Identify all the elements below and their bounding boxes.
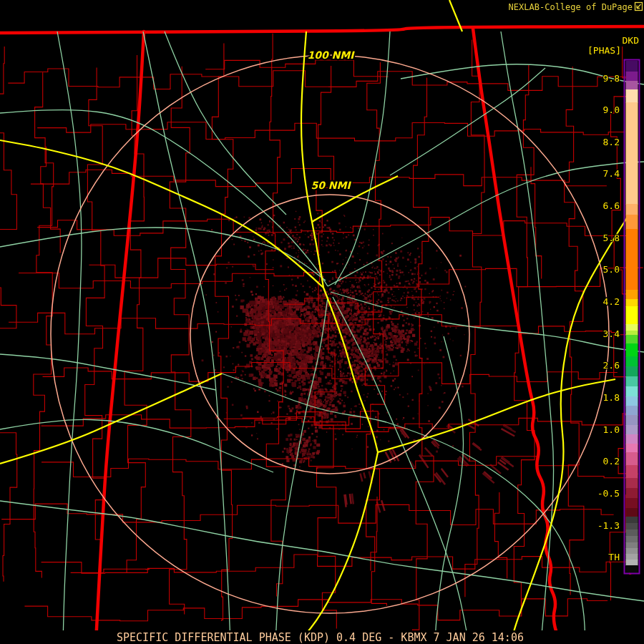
range-ring-label-100nmi: 100 NMI [308,49,356,61]
product-caption: SPECIFIC DIFFERENTIAL PHASE (KDP) 0.4 DE… [117,631,524,644]
nexlab-logo-icon [635,3,643,11]
range-ring-label-50nmi: 50 NMI [311,180,351,191]
colorbar-tick-label: 6.6 [603,200,620,211]
radar-viewport: 100 NMI 50 NMI 9.89.08.27.46.65.85.04.23… [0,0,644,644]
colorbar-product-label: DKD [623,35,640,46]
page-title: NEXLAB-College of DuPage [509,2,633,12]
colorbar: 9.89.08.27.46.65.85.04.23.42.61.81.00.2-… [597,60,640,574]
colorbar-tick-label: 2.6 [603,360,620,371]
colorbar-tick-label: 3.4 [603,328,620,339]
highways-layer [0,0,633,643]
colorbar-tick-label: 5.0 [603,264,620,275]
colorbar-tick-label: 9.0 [603,104,620,115]
colorbar-tick-label: 0.2 [603,456,620,467]
colorbar-tick-label: 1.0 [603,424,620,435]
colorbar-tick-label: -1.3 [597,520,620,531]
colorbar-tick-label: 7.4 [603,168,620,179]
colorbar-tick-label: -0.5 [597,488,620,499]
colorbar-tick-label: 4.2 [603,296,620,307]
colorbar-tick-label: 5.8 [603,233,620,243]
radar-map: 100 NMI 50 NMI 9.89.08.27.46.65.85.04.23… [0,0,644,644]
colorbar-tick-label: 8.2 [603,137,620,147]
colorbar-tick-label: 1.8 [603,392,620,403]
colorbar-tick-label: 9.8 [603,73,620,84]
colorbar-threshold-label: TH [608,552,620,562]
colorbar-units-label: [PHAS] [587,45,621,56]
